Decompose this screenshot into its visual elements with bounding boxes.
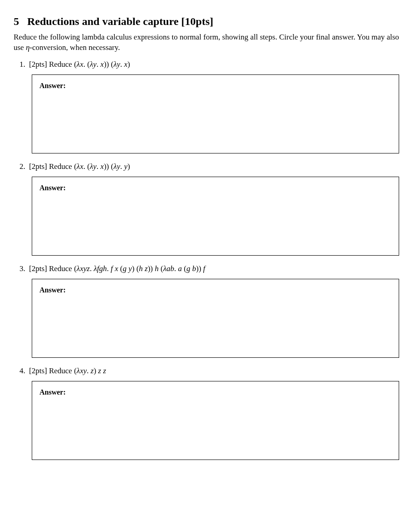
problem-3-stem: [2pts] Reduce (λxyz. λfgh. f x (g y) (h … [29, 264, 406, 274]
answer-label-1: Answer: [39, 82, 66, 89]
answer-label-3: Answer: [39, 286, 66, 294]
problem-2: [2pts] Reduce (λx. (λy. x)) (λy. y) Answ… [27, 162, 406, 256]
answer-label-4: Answer: [39, 388, 66, 396]
section-number: 5 [14, 15, 19, 28]
problem-4-lead: Reduce [49, 366, 74, 375]
problem-1: [2pts] Reduce (λx. (λy. x)) (λy. x) Answ… [27, 59, 406, 153]
problem-3-expr: (λxyz. λfgh. f x (g y) (h z)) h (λab. a … [74, 264, 205, 273]
problem-4: [2pts] Reduce (λxy. z) z z Answer: [27, 366, 406, 460]
problem-3-points: [2pts] [29, 264, 47, 273]
answer-box-2[interactable]: Answer: [32, 177, 399, 256]
problem-4-points: [2pts] [29, 366, 47, 375]
problem-1-lead: Reduce [49, 60, 74, 69]
page: 5Reductions and variable capture [10pts]… [0, 0, 420, 524]
problem-2-lead: Reduce [49, 162, 74, 171]
problem-2-stem: [2pts] Reduce (λx. (λy. x)) (λy. y) [29, 162, 406, 172]
problem-list: [2pts] Reduce (λx. (λy. x)) (λy. x) Answ… [27, 59, 406, 460]
problem-1-stem: [2pts] Reduce (λx. (λy. x)) (λy. x) [29, 59, 406, 70]
section-title: Reductions and variable capture [10pts] [27, 15, 213, 27]
section-heading: 5Reductions and variable capture [10pts] [14, 15, 406, 28]
answer-label-2: Answer: [39, 184, 66, 192]
problem-4-stem: [2pts] Reduce (λxy. z) z z [29, 366, 406, 376]
problem-2-points: [2pts] [29, 162, 47, 171]
answer-box-1[interactable]: Answer: [32, 74, 399, 153]
problem-3-lead: Reduce [49, 264, 74, 273]
instructions: Reduce the following lambda calculus exp… [14, 32, 406, 53]
problem-4-expr: (λxy. z) z z [74, 366, 106, 375]
problem-3: [2pts] Reduce (λxyz. λfgh. f x (g y) (h … [27, 264, 406, 358]
answer-box-3[interactable]: Answer: [32, 279, 399, 358]
answer-box-4[interactable]: Answer: [32, 381, 399, 460]
problem-1-points: [2pts] [29, 60, 47, 69]
instructions-text-2: -conversion, when necessary. [29, 43, 120, 52]
problem-1-expr: (λx. (λy. x)) (λy. x) [74, 60, 130, 69]
problem-2-expr: (λx. (λy. x)) (λy. y) [74, 162, 130, 171]
